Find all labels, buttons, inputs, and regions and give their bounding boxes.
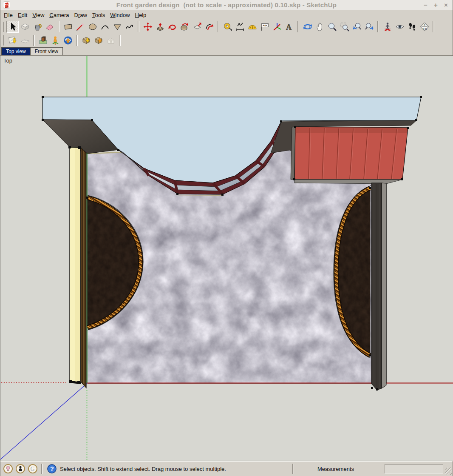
paint-bucket-button[interactable]	[31, 21, 43, 33]
share-model-icon	[93, 35, 104, 46]
look-around-icon	[395, 22, 405, 32]
3d-text-icon: A	[284, 22, 294, 32]
toolbar-main: ABCACR-S	[0, 20, 453, 34]
follow-me-button[interactable]	[178, 21, 191, 33]
paint-bucket-icon	[32, 22, 42, 32]
right-wall[interactable]	[371, 183, 386, 390]
circle-button[interactable]	[86, 21, 99, 33]
line-icon	[75, 22, 85, 32]
move-button[interactable]	[142, 21, 154, 33]
freehand-button[interactable]	[123, 21, 136, 33]
next-view-button[interactable]	[363, 21, 375, 33]
status-bar: G ? Select objects. Shift to extend sele…	[0, 461, 453, 476]
section-plane-button[interactable]: CR-S	[418, 21, 430, 33]
sketchup-logo	[3, 1, 10, 9]
previous-view-button[interactable]	[351, 21, 363, 33]
menu-view[interactable]: View	[30, 11, 47, 20]
toolbar-separator	[218, 21, 219, 32]
svg-text:G: G	[31, 466, 35, 472]
toggle-terrain-button[interactable]	[19, 34, 31, 46]
close-button[interactable]: ×	[443, 1, 449, 9]
place-model-button[interactable]	[37, 34, 49, 46]
polygon-button[interactable]	[111, 21, 123, 33]
push-pull-button[interactable]	[154, 21, 166, 33]
share-model-button[interactable]	[92, 34, 105, 46]
pan-button[interactable]	[314, 21, 326, 33]
select-button[interactable]	[6, 21, 19, 33]
3d-text-button[interactable]: A	[283, 21, 295, 33]
dimensions-button[interactable]	[234, 21, 246, 33]
walk-button[interactable]	[406, 21, 418, 33]
get-models-button[interactable]	[80, 34, 92, 46]
menu-window[interactable]: Window	[108, 11, 132, 20]
status-separator	[41, 464, 43, 474]
protractor-button[interactable]	[246, 21, 258, 33]
axes-button[interactable]	[271, 21, 283, 33]
menu-tools[interactable]: Tools	[90, 11, 108, 20]
menu-camera[interactable]: Camera	[47, 11, 71, 20]
orbit-button[interactable]	[301, 21, 314, 33]
toolbar-separator	[33, 35, 35, 46]
status-icons: G	[3, 464, 40, 474]
toolbar-grip[interactable]	[2, 35, 4, 46]
toolbar-separator	[297, 21, 299, 32]
toolbar-grip[interactable]	[2, 22, 4, 32]
make-component-button[interactable]	[19, 21, 31, 33]
status-message: Select objects. Shift to extend select. …	[60, 466, 226, 472]
svg-text:?: ?	[50, 465, 54, 472]
menu-draw[interactable]: Draw	[72, 11, 90, 20]
measurements-input[interactable]	[385, 464, 443, 473]
offset-button[interactable]	[203, 21, 215, 33]
toolbar-google	[0, 34, 453, 47]
person-circle-icon[interactable]	[15, 464, 25, 474]
scene-tab-bar: Top viewFront view	[0, 47, 453, 55]
look-around-button[interactable]	[394, 21, 406, 33]
walk-icon	[407, 22, 417, 32]
tab-front-view[interactable]: Front view	[31, 47, 63, 55]
orbit-icon	[303, 22, 313, 32]
get-current-view-button[interactable]	[6, 34, 19, 46]
lightbulb-circle-icon[interactable]	[3, 464, 13, 474]
arc-icon	[100, 22, 110, 32]
menu-help[interactable]: Help	[133, 11, 149, 20]
window-title: Front garden design (not to scale - appr…	[0, 1, 453, 9]
section-plane-icon: CR-S	[419, 22, 430, 32]
g-circle-icon[interactable]: G	[28, 464, 38, 474]
measurements-separator	[292, 464, 294, 474]
google-earth-button[interactable]	[62, 34, 74, 46]
scale-button[interactable]	[191, 21, 203, 33]
menu-edit[interactable]: Edit	[15, 11, 30, 20]
position-camera-button[interactable]	[381, 21, 394, 33]
svg-text:A: A	[286, 23, 292, 31]
line-button[interactable]	[74, 21, 86, 33]
toolbar-separator	[138, 21, 139, 32]
tape-measure-icon	[223, 22, 233, 32]
viewport-canvas[interactable]	[0, 56, 453, 461]
window-buttons: −+×	[422, 1, 449, 9]
fence-panel[interactable]	[69, 147, 86, 388]
resize-grip[interactable]	[445, 467, 452, 475]
rectangle-button[interactable]	[62, 21, 74, 33]
toolbar-separator	[119, 35, 121, 46]
get-models-person-button[interactable]	[49, 34, 62, 46]
text-button[interactable]: ABC	[258, 21, 271, 33]
zoom-button[interactable]	[326, 21, 338, 33]
toolbar-separator	[433, 21, 434, 32]
bay-base-edge	[178, 195, 223, 196]
minimize-button[interactable]: −	[422, 1, 429, 9]
help-circle-icon[interactable]: ?	[47, 464, 57, 474]
arc-button[interactable]	[99, 21, 111, 33]
place-model-icon	[38, 35, 48, 46]
eraser-button[interactable]	[43, 21, 56, 33]
tape-measure-button[interactable]	[221, 21, 234, 33]
share-component-button[interactable]	[105, 34, 117, 46]
menu-file[interactable]: File	[1, 11, 15, 20]
garage-roof[interactable]	[291, 127, 408, 184]
zoom-window-button[interactable]	[338, 21, 351, 33]
protractor-icon	[247, 22, 258, 32]
maximize-button[interactable]: +	[433, 1, 439, 9]
title-bar[interactable]: Front garden design (not to scale - appr…	[0, 0, 453, 10]
rotate-button[interactable]	[166, 21, 178, 33]
tab-top-view[interactable]: Top view	[1, 47, 31, 55]
viewport[interactable]: Top	[0, 55, 453, 461]
